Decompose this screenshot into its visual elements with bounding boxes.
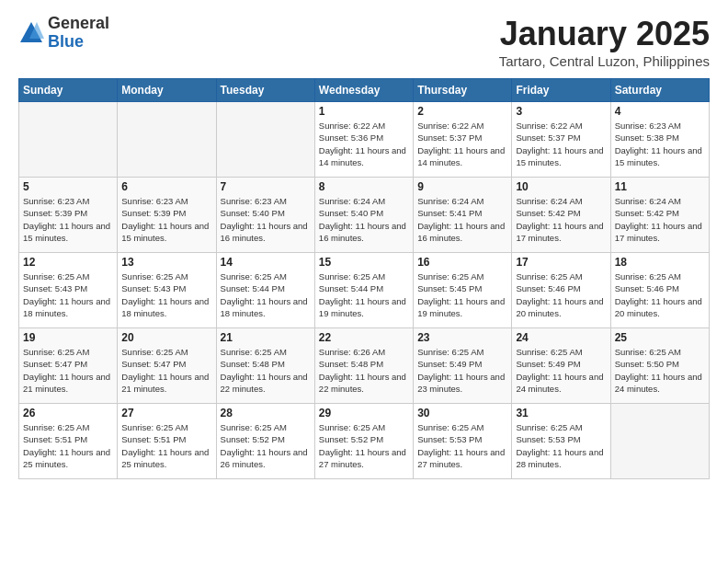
- day-info: Sunrise: 6:23 AM Sunset: 5:38 PM Dayligh…: [615, 120, 705, 168]
- calendar-cell: 2Sunrise: 6:22 AM Sunset: 5:37 PM Daylig…: [414, 102, 512, 178]
- logo-icon: [18, 20, 44, 46]
- day-info: Sunrise: 6:25 AM Sunset: 5:47 PM Dayligh…: [23, 346, 113, 395]
- calendar-cell: 24Sunrise: 6:25 AM Sunset: 5:49 PM Dayli…: [512, 328, 610, 404]
- day-info: Sunrise: 6:25 AM Sunset: 5:46 PM Dayligh…: [516, 270, 606, 319]
- day-header-friday: Friday: [512, 79, 610, 102]
- day-number: 12: [23, 256, 113, 269]
- day-info: Sunrise: 6:25 AM Sunset: 5:51 PM Dayligh…: [23, 421, 113, 470]
- day-number: 5: [23, 180, 113, 193]
- day-number: 6: [121, 180, 211, 193]
- day-number: 3: [516, 105, 606, 118]
- day-number: 29: [319, 407, 409, 419]
- day-number: 26: [23, 407, 113, 419]
- calendar-cell: 30Sunrise: 6:25 AM Sunset: 5:53 PM Dayli…: [414, 404, 512, 479]
- day-number: 9: [417, 180, 507, 193]
- day-info: Sunrise: 6:25 AM Sunset: 5:44 PM Dayligh…: [319, 270, 409, 319]
- calendar-cell: [610, 404, 709, 479]
- week-row-3: 19Sunrise: 6:25 AM Sunset: 5:47 PM Dayli…: [19, 328, 710, 404]
- day-number: 19: [23, 331, 113, 344]
- day-info: Sunrise: 6:25 AM Sunset: 5:49 PM Dayligh…: [516, 346, 606, 395]
- calendar-cell: 4Sunrise: 6:23 AM Sunset: 5:38 PM Daylig…: [610, 102, 709, 178]
- day-info: Sunrise: 6:25 AM Sunset: 5:51 PM Dayligh…: [121, 421, 211, 470]
- day-info: Sunrise: 6:24 AM Sunset: 5:41 PM Dayligh…: [417, 195, 507, 244]
- logo: General Blue: [18, 15, 109, 52]
- week-row-2: 12Sunrise: 6:25 AM Sunset: 5:43 PM Dayli…: [19, 253, 710, 328]
- header-row: SundayMondayTuesdayWednesdayThursdayFrid…: [19, 79, 710, 102]
- month-title: January 2025: [499, 15, 710, 53]
- calendar-cell: 15Sunrise: 6:25 AM Sunset: 5:44 PM Dayli…: [314, 253, 413, 328]
- header: General Blue January 2025 Tartaro, Centr…: [18, 15, 710, 69]
- calendar-cell: 17Sunrise: 6:25 AM Sunset: 5:46 PM Dayli…: [512, 253, 610, 328]
- day-number: 25: [615, 331, 705, 344]
- day-number: 23: [417, 331, 507, 344]
- calendar-cell: 22Sunrise: 6:26 AM Sunset: 5:48 PM Dayli…: [314, 328, 413, 404]
- day-number: 1: [319, 105, 409, 118]
- day-info: Sunrise: 6:23 AM Sunset: 5:39 PM Dayligh…: [121, 195, 211, 244]
- day-info: Sunrise: 6:22 AM Sunset: 5:37 PM Dayligh…: [516, 120, 606, 168]
- calendar: SundayMondayTuesdayWednesdayThursdayFrid…: [18, 78, 710, 479]
- day-number: 21: [221, 331, 311, 344]
- day-info: Sunrise: 6:25 AM Sunset: 5:43 PM Dayligh…: [121, 270, 211, 319]
- calendar-cell: [216, 102, 314, 178]
- day-header-thursday: Thursday: [414, 79, 512, 102]
- calendar-cell: 31Sunrise: 6:25 AM Sunset: 5:53 PM Dayli…: [512, 404, 610, 479]
- calendar-cell: 25Sunrise: 6:25 AM Sunset: 5:50 PM Dayli…: [610, 328, 709, 404]
- calendar-cell: 19Sunrise: 6:25 AM Sunset: 5:47 PM Dayli…: [19, 328, 118, 404]
- calendar-cell: 16Sunrise: 6:25 AM Sunset: 5:45 PM Dayli…: [414, 253, 512, 328]
- day-header-monday: Monday: [118, 79, 216, 102]
- day-number: 10: [516, 180, 606, 193]
- day-header-wednesday: Wednesday: [314, 79, 413, 102]
- logo-general: General: [48, 15, 109, 33]
- day-number: 11: [615, 180, 705, 193]
- day-number: 7: [221, 180, 311, 193]
- day-info: Sunrise: 6:25 AM Sunset: 5:44 PM Dayligh…: [221, 270, 311, 319]
- calendar-cell: 1Sunrise: 6:22 AM Sunset: 5:36 PM Daylig…: [314, 102, 413, 178]
- day-info: Sunrise: 6:22 AM Sunset: 5:37 PM Dayligh…: [417, 120, 507, 168]
- day-header-tuesday: Tuesday: [216, 79, 314, 102]
- calendar-cell: 7Sunrise: 6:23 AM Sunset: 5:40 PM Daylig…: [216, 178, 314, 253]
- day-number: 16: [417, 256, 507, 269]
- calendar-cell: 27Sunrise: 6:25 AM Sunset: 5:51 PM Dayli…: [118, 404, 216, 479]
- day-header-saturday: Saturday: [610, 79, 709, 102]
- day-number: 27: [121, 407, 211, 419]
- day-info: Sunrise: 6:25 AM Sunset: 5:53 PM Dayligh…: [516, 421, 606, 470]
- calendar-cell: 12Sunrise: 6:25 AM Sunset: 5:43 PM Dayli…: [19, 253, 118, 328]
- day-info: Sunrise: 6:22 AM Sunset: 5:36 PM Dayligh…: [319, 120, 409, 168]
- calendar-cell: 11Sunrise: 6:24 AM Sunset: 5:42 PM Dayli…: [610, 178, 709, 253]
- day-info: Sunrise: 6:24 AM Sunset: 5:42 PM Dayligh…: [615, 195, 705, 244]
- calendar-cell: 21Sunrise: 6:25 AM Sunset: 5:48 PM Dayli…: [216, 328, 314, 404]
- day-number: 17: [516, 256, 606, 269]
- day-info: Sunrise: 6:25 AM Sunset: 5:52 PM Dayligh…: [319, 421, 409, 470]
- calendar-cell: 5Sunrise: 6:23 AM Sunset: 5:39 PM Daylig…: [19, 178, 118, 253]
- week-row-1: 5Sunrise: 6:23 AM Sunset: 5:39 PM Daylig…: [19, 178, 710, 253]
- day-info: Sunrise: 6:25 AM Sunset: 5:43 PM Dayligh…: [23, 270, 113, 319]
- day-number: 31: [516, 407, 606, 419]
- calendar-cell: 14Sunrise: 6:25 AM Sunset: 5:44 PM Dayli…: [216, 253, 314, 328]
- day-number: 13: [121, 256, 211, 269]
- calendar-cell: 6Sunrise: 6:23 AM Sunset: 5:39 PM Daylig…: [118, 178, 216, 253]
- day-info: Sunrise: 6:25 AM Sunset: 5:47 PM Dayligh…: [121, 346, 211, 395]
- location: Tartaro, Central Luzon, Philippines: [499, 53, 710, 69]
- calendar-cell: 28Sunrise: 6:25 AM Sunset: 5:52 PM Dayli…: [216, 404, 314, 479]
- day-number: 4: [615, 105, 705, 118]
- day-number: 2: [417, 105, 507, 118]
- day-info: Sunrise: 6:24 AM Sunset: 5:42 PM Dayligh…: [516, 195, 606, 244]
- day-number: 15: [319, 256, 409, 269]
- day-number: 30: [417, 407, 507, 419]
- calendar-cell: 18Sunrise: 6:25 AM Sunset: 5:46 PM Dayli…: [610, 253, 709, 328]
- day-info: Sunrise: 6:25 AM Sunset: 5:49 PM Dayligh…: [417, 346, 507, 395]
- calendar-cell: 29Sunrise: 6:25 AM Sunset: 5:52 PM Dayli…: [314, 404, 413, 479]
- day-info: Sunrise: 6:25 AM Sunset: 5:52 PM Dayligh…: [221, 421, 311, 470]
- calendar-cell: [118, 102, 216, 178]
- calendar-cell: 26Sunrise: 6:25 AM Sunset: 5:51 PM Dayli…: [19, 404, 118, 479]
- calendar-cell: 9Sunrise: 6:24 AM Sunset: 5:41 PM Daylig…: [414, 178, 512, 253]
- week-row-0: 1Sunrise: 6:22 AM Sunset: 5:36 PM Daylig…: [19, 102, 710, 178]
- calendar-cell: 20Sunrise: 6:25 AM Sunset: 5:47 PM Dayli…: [118, 328, 216, 404]
- week-row-4: 26Sunrise: 6:25 AM Sunset: 5:51 PM Dayli…: [19, 404, 710, 479]
- logo-text: General Blue: [48, 15, 109, 52]
- calendar-cell: 23Sunrise: 6:25 AM Sunset: 5:49 PM Dayli…: [414, 328, 512, 404]
- day-info: Sunrise: 6:26 AM Sunset: 5:48 PM Dayligh…: [319, 346, 409, 395]
- day-info: Sunrise: 6:23 AM Sunset: 5:39 PM Dayligh…: [23, 195, 113, 244]
- day-info: Sunrise: 6:25 AM Sunset: 5:50 PM Dayligh…: [615, 346, 705, 395]
- day-info: Sunrise: 6:24 AM Sunset: 5:40 PM Dayligh…: [319, 195, 409, 244]
